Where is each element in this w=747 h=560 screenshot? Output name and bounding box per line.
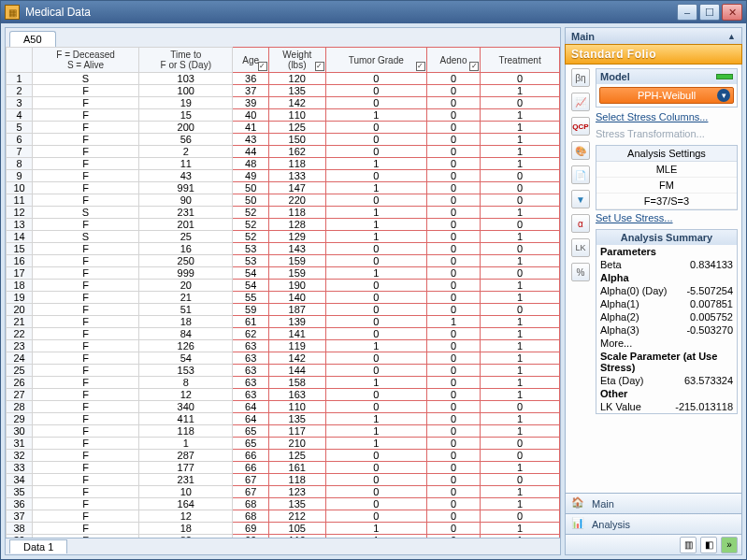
cell[interactable]: 0 xyxy=(481,219,560,231)
cell[interactable]: 212 xyxy=(268,510,325,523)
cell[interactable]: 0 xyxy=(426,535,480,538)
cell[interactable]: 1 xyxy=(481,146,560,158)
cell[interactable]: 1 xyxy=(325,425,426,438)
cell[interactable]: 0 xyxy=(426,243,480,255)
cell[interactable]: 129 xyxy=(268,231,325,243)
cell[interactable]: 19 xyxy=(139,97,233,109)
row-number[interactable]: 3 xyxy=(7,97,33,109)
cell[interactable]: 0 xyxy=(325,352,426,365)
cell[interactable]: 231 xyxy=(139,474,233,486)
cell[interactable]: 15 xyxy=(139,109,233,122)
cell[interactable]: 0 xyxy=(481,474,560,486)
cell[interactable]: 1 xyxy=(481,158,560,170)
cell[interactable]: F xyxy=(33,170,139,182)
cell[interactable]: 52 xyxy=(233,207,268,219)
cell[interactable]: 0 xyxy=(325,486,426,498)
cell[interactable]: 1 xyxy=(325,231,426,243)
cell[interactable]: 53 xyxy=(233,243,268,255)
cell[interactable]: 0 xyxy=(426,134,480,146)
cell[interactable]: 1 xyxy=(426,316,480,328)
cell[interactable]: 0 xyxy=(481,438,560,450)
row-number[interactable]: 32 xyxy=(7,450,33,462)
cell[interactable]: 10 xyxy=(139,486,233,498)
cell[interactable]: 63 xyxy=(233,389,268,401)
cell[interactable]: 0 xyxy=(426,97,480,109)
setting-row[interactable]: F=37/S=3 xyxy=(596,194,737,209)
row-number[interactable]: 34 xyxy=(7,474,33,486)
cell[interactable]: 0 xyxy=(426,267,480,280)
cell[interactable]: F xyxy=(33,438,139,450)
cell[interactable]: F xyxy=(33,255,139,267)
sheet-tab[interactable]: A50 xyxy=(9,31,56,47)
cell[interactable]: 0 xyxy=(426,158,480,170)
cell[interactable]: 1 xyxy=(481,535,560,538)
cell[interactable]: 68 xyxy=(233,510,268,523)
cell[interactable]: 117 xyxy=(268,425,325,438)
data-sheet-tab[interactable]: Data 1 xyxy=(9,539,67,553)
cell[interactable]: 340 xyxy=(139,401,233,413)
cell[interactable]: 1 xyxy=(325,158,426,170)
row-number[interactable]: 15 xyxy=(7,243,33,255)
column-check-icon[interactable]: ✓ xyxy=(469,62,479,71)
cell[interactable]: F xyxy=(33,243,139,255)
cell[interactable]: 1 xyxy=(481,316,560,328)
cell[interactable]: 135 xyxy=(268,413,325,425)
cell[interactable]: 1 xyxy=(325,438,426,450)
cell[interactable]: 1 xyxy=(481,255,560,267)
cell[interactable]: 16 xyxy=(139,243,233,255)
cell[interactable]: 0 xyxy=(426,474,480,486)
cell[interactable]: 50 xyxy=(233,194,268,207)
row-number[interactable]: 21 xyxy=(7,316,33,328)
cell[interactable]: 1 xyxy=(325,109,426,122)
cell[interactable]: F xyxy=(33,85,139,97)
cell[interactable]: 54 xyxy=(233,267,268,280)
cell[interactable]: 52 xyxy=(233,219,268,231)
cell[interactable]: 0 xyxy=(426,340,480,352)
lk-icon[interactable]: LK xyxy=(571,238,590,257)
cell[interactable]: 161 xyxy=(268,462,325,474)
cell[interactable]: 64 xyxy=(233,401,268,413)
maximize-button[interactable]: ☐ xyxy=(699,4,720,21)
cell[interactable]: 0 xyxy=(325,97,426,109)
cell[interactable]: 0 xyxy=(325,170,426,182)
cell[interactable]: 0 xyxy=(325,450,426,462)
cell[interactable]: 1 xyxy=(481,498,560,510)
close-button[interactable]: ✕ xyxy=(722,4,742,21)
cell[interactable]: 1 xyxy=(325,219,426,231)
cell[interactable]: 66 xyxy=(233,462,268,474)
cell[interactable]: F xyxy=(33,316,139,328)
cell[interactable]: 1 xyxy=(325,377,426,389)
cell[interactable]: 100 xyxy=(139,85,233,97)
cell[interactable]: 0 xyxy=(481,243,560,255)
cell[interactable]: 1 xyxy=(481,231,560,243)
cell[interactable]: 39 xyxy=(233,97,268,109)
cell[interactable]: 1 xyxy=(481,377,560,389)
row-number[interactable]: 14 xyxy=(7,231,33,243)
cell[interactable]: 0 xyxy=(426,207,480,219)
row-number[interactable]: 18 xyxy=(7,280,33,292)
cell[interactable]: 55 xyxy=(233,292,268,304)
cell[interactable]: 56 xyxy=(139,134,233,146)
cell[interactable]: 1 xyxy=(481,280,560,292)
cell[interactable]: 65 xyxy=(233,438,268,450)
cell[interactable]: 44 xyxy=(233,146,268,158)
cell[interactable]: 0 xyxy=(426,194,480,207)
cell[interactable]: 0 xyxy=(481,401,560,413)
row-number[interactable]: 20 xyxy=(7,304,33,316)
cell[interactable]: 0 xyxy=(426,425,480,438)
cell[interactable]: 250 xyxy=(139,255,233,267)
cell[interactable]: 0 xyxy=(481,304,560,316)
cell[interactable]: 0 xyxy=(325,401,426,413)
distribution-dropdown[interactable]: PPH-Weibull ▾ xyxy=(599,87,734,104)
cell[interactable]: F xyxy=(33,158,139,170)
cell[interactable]: F xyxy=(33,486,139,498)
cell[interactable]: 201 xyxy=(139,219,233,231)
cell[interactable]: F xyxy=(33,304,139,316)
cell[interactable]: 0 xyxy=(426,304,480,316)
cell[interactable]: 0 xyxy=(426,255,480,267)
cell[interactable]: F xyxy=(33,182,139,194)
cell[interactable]: 0 xyxy=(426,510,480,523)
cell[interactable]: 220 xyxy=(268,194,325,207)
cell[interactable]: F xyxy=(33,122,139,134)
cell[interactable]: 69 xyxy=(233,535,268,538)
